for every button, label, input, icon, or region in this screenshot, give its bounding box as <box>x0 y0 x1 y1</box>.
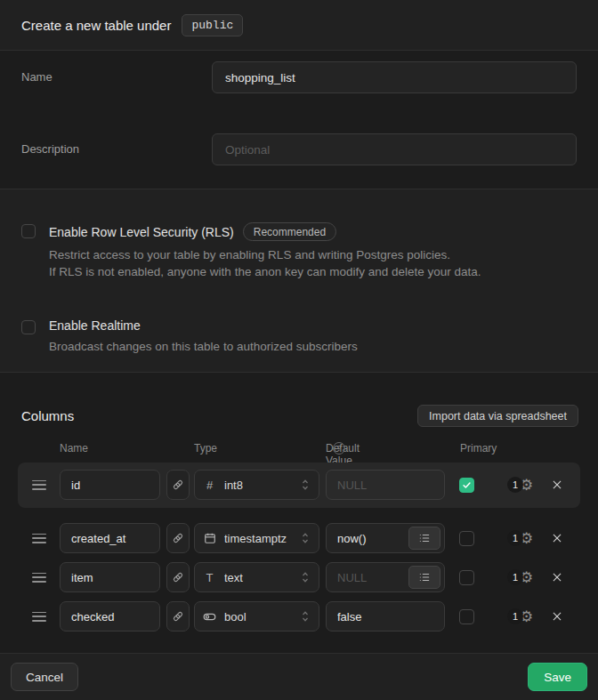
drag-handle-icon[interactable] <box>32 534 46 543</box>
column-type-value: int8 <box>224 479 292 492</box>
link-icon <box>172 532 184 544</box>
name-label: Name <box>21 61 212 93</box>
drag-handle-icon[interactable] <box>32 573 46 583</box>
check-icon <box>462 480 472 490</box>
default-suggestions-button[interactable] <box>408 566 440 589</box>
default-value-wrap <box>326 470 445 500</box>
chevron-updown-icon <box>300 531 311 545</box>
column-type-value: timestamptz <box>224 532 292 545</box>
column-type-value: bool <box>224 610 292 624</box>
column-settings-button[interactable]: 1 ⚙ <box>507 477 537 493</box>
settings-count-badge: 1 <box>507 608 523 624</box>
settings-count-badge: 1 <box>507 569 523 585</box>
delete-column-button[interactable] <box>549 477 565 493</box>
calendar-icon <box>203 532 216 544</box>
rls-content: Enable Row Level Security (RLS) Recommen… <box>49 222 481 280</box>
column-type-select[interactable]: T text <box>194 562 319 592</box>
table-options-section: Enable Row Level Security (RLS) Recommen… <box>0 189 598 373</box>
delete-column-button[interactable] <box>549 569 565 585</box>
realtime-content: Enable Realtime Broadcast changes on thi… <box>49 318 358 355</box>
column-type-select[interactable]: timestamptz <box>194 523 319 553</box>
table-info-section: Name Description <box>0 51 598 189</box>
chevron-updown-icon <box>300 570 311 584</box>
default-value-wrap <box>326 562 445 592</box>
realtime-checkbox[interactable] <box>21 320 36 334</box>
description-row: Description <box>21 133 577 165</box>
column-row-item: T text 1 ⚙ <box>18 562 580 592</box>
x-icon <box>551 532 563 544</box>
column-settings-button[interactable]: 1 ⚙ <box>507 608 537 624</box>
table-description-input[interactable] <box>212 133 577 165</box>
foreign-key-link-button[interactable] <box>166 470 190 500</box>
header-type: Type <box>194 442 217 455</box>
primary-checkbox[interactable] <box>459 478 474 493</box>
realtime-description: Broadcast changes on this table to autho… <box>49 338 358 355</box>
drag-handle-icon[interactable] <box>32 480 46 490</box>
default-value-wrap <box>326 601 445 632</box>
list-icon <box>418 571 431 583</box>
dialog-title: Create a new table under <box>21 18 171 33</box>
list-icon <box>418 532 431 544</box>
primary-checkbox[interactable] <box>459 609 474 624</box>
link-icon <box>172 479 184 491</box>
help-icon[interactable]: ? <box>333 442 345 455</box>
x-icon <box>551 571 563 583</box>
toggle-left-icon <box>203 610 216 624</box>
settings-count-badge: 1 <box>507 477 523 493</box>
text-type-icon: T <box>203 571 216 584</box>
realtime-toggle-block: Enable Realtime Broadcast changes on thi… <box>21 318 577 355</box>
column-name-input[interactable] <box>60 601 160 632</box>
delete-column-button[interactable] <box>549 530 565 546</box>
default-suggestions-button[interactable] <box>408 527 440 550</box>
column-row-created-at: timestamptz 1 ⚙ <box>18 523 580 553</box>
drag-handle-icon[interactable] <box>32 612 46 622</box>
realtime-label: Enable Realtime <box>49 318 141 333</box>
foreign-key-link-button[interactable] <box>166 523 190 553</box>
save-button[interactable]: Save <box>528 663 587 691</box>
header-primary: Primary <box>460 442 497 455</box>
columns-title: Columns <box>21 408 74 423</box>
recommended-badge: Recommended <box>243 222 336 241</box>
settings-count-badge: 1 <box>507 530 523 546</box>
table-name-input[interactable] <box>212 61 577 93</box>
column-type-select[interactable]: bool <box>194 601 319 632</box>
columns-section: Columns Import data via spreadsheet Name… <box>0 373 598 654</box>
primary-checkbox[interactable] <box>459 531 474 546</box>
dialog-footer: Cancel Save <box>0 654 598 700</box>
rls-label: Enable Row Level Security (RLS) <box>49 225 234 239</box>
rls-toggle-block: Enable Row Level Security (RLS) Recommen… <box>21 222 577 280</box>
header-name: Name <box>60 442 88 455</box>
column-name-input[interactable] <box>60 470 160 500</box>
link-icon <box>172 571 184 583</box>
cancel-button[interactable]: Cancel <box>11 663 78 691</box>
default-value-wrap <box>326 523 445 553</box>
name-row: Name <box>21 61 577 93</box>
column-type-select[interactable]: # int8 <box>194 470 319 500</box>
schema-badge: public <box>182 14 243 36</box>
rls-description: Restrict access to your table by enablin… <box>49 246 481 280</box>
import-spreadsheet-button[interactable]: Import data via spreadsheet <box>417 405 578 427</box>
foreign-key-link-button[interactable] <box>166 562 190 592</box>
dialog-header: Create a new table under public <box>0 0 598 51</box>
column-type-value: text <box>224 571 292 584</box>
delete-column-button[interactable] <box>549 608 565 624</box>
column-settings-button[interactable]: 1 ⚙ <box>507 569 537 585</box>
column-row-checked: bool 1 ⚙ <box>18 601 580 632</box>
columns-header-row: Name Type Default Value? Primary <box>0 442 598 456</box>
default-value-input <box>326 470 445 500</box>
default-value-input[interactable] <box>326 601 445 632</box>
column-settings-button[interactable]: 1 ⚙ <box>507 530 537 546</box>
chevron-updown-icon <box>300 478 311 492</box>
column-name-input[interactable] <box>60 562 160 592</box>
column-name-input[interactable] <box>60 523 160 553</box>
foreign-key-link-button[interactable] <box>166 601 190 632</box>
hash-icon: # <box>203 479 216 492</box>
rls-checkbox[interactable] <box>21 224 36 238</box>
primary-checkbox[interactable] <box>459 570 474 585</box>
description-label: Description <box>21 133 212 165</box>
column-row-id: # int8 1 ⚙ <box>18 470 580 500</box>
x-icon <box>551 479 563 491</box>
x-icon <box>551 610 563 623</box>
link-icon <box>172 610 184 623</box>
chevron-updown-icon <box>300 609 311 624</box>
